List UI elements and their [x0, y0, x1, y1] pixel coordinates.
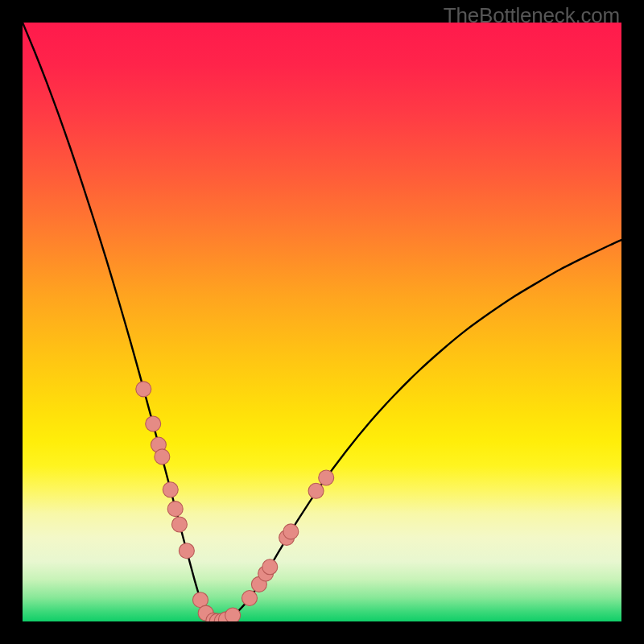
gradient-background: [23, 23, 621, 621]
data-marker: [283, 524, 299, 539]
data-marker: [155, 449, 170, 464]
data-marker: [163, 482, 178, 497]
data-marker: [171, 517, 187, 532]
data-marker: [179, 543, 194, 559]
data-marker: [136, 382, 151, 397]
data-marker: [308, 483, 324, 498]
data-marker: [146, 416, 161, 431]
data-marker: [319, 470, 334, 485]
watermark-text: TheBottleneck.com: [444, 3, 620, 28]
data-marker: [242, 590, 257, 605]
data-marker: [262, 559, 278, 575]
data-marker: [167, 502, 183, 517]
bottleneck-chart: [23, 23, 621, 621]
chart-frame: [23, 23, 621, 621]
data-marker: [225, 608, 241, 621]
